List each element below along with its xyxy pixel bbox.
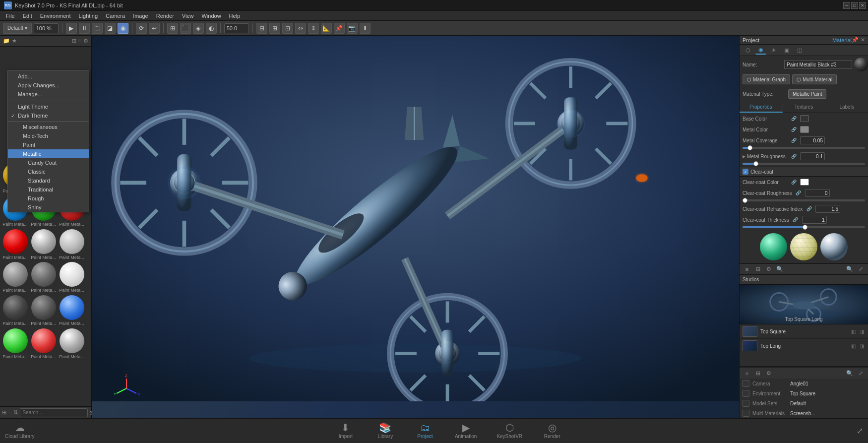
info-icon-5[interactable]: ⤢: [856, 369, 865, 378]
measure-btn[interactable]: 📐: [321, 23, 332, 34]
export-btn[interactable]: ⬆: [360, 23, 371, 34]
keyshot-vr-tab[interactable]: ⬡ KeyShotVR: [492, 421, 527, 441]
studio-big-thumbnail[interactable]: Top Square Long: [740, 285, 868, 324]
maximize-btn[interactable]: □: [851, 2, 858, 9]
multi-material-btn[interactable]: ⬡ Multi-Material: [792, 74, 837, 84]
dropdown-metallic[interactable]: Metallic: [8, 149, 89, 158]
play-btn[interactable]: ▶: [66, 23, 77, 34]
dropdown-shiny[interactable]: Shiny: [8, 203, 89, 212]
swatch-ball-10[interactable]: [3, 262, 28, 287]
dropdown-miscellaneous[interactable]: Miscellaneous: [8, 123, 89, 131]
flip-h-btn[interactable]: ⇔: [295, 23, 306, 34]
list-icon[interactable]: ≡: [743, 265, 751, 274]
metal-roughness-thumb[interactable]: [753, 161, 758, 166]
menu-image[interactable]: Image: [129, 12, 152, 19]
dropdown-manage[interactable]: Manage...: [8, 90, 89, 99]
preview-sphere-env[interactable]: [760, 233, 787, 260]
menu-lighting[interactable]: Lighting: [74, 12, 102, 19]
clearcoat-thickness-link-icon[interactable]: 🔗: [792, 216, 799, 223]
swatch-ball-12[interactable]: [60, 262, 84, 287]
swatch-ball-14[interactable]: [31, 295, 56, 320]
toggle-bg[interactable]: ⬛: [180, 23, 191, 34]
dropdown-mold-tech[interactable]: Mold-Tech: [8, 131, 89, 140]
zoom-sm-icon[interactable]: 🔍: [845, 265, 854, 274]
render-mode-2[interactable]: ◪: [105, 23, 116, 34]
clearcoat-refractive-input[interactable]: [815, 205, 840, 213]
swatch-ball-9[interactable]: [60, 229, 84, 254]
material-preview-sphere[interactable]: [854, 58, 868, 71]
material-name-input[interactable]: [784, 60, 852, 69]
clearcoat-color-link-icon[interactable]: 🔗: [790, 179, 797, 186]
tab-material[interactable]: ◉: [755, 46, 766, 55]
toggle-obj[interactable]: ◈: [193, 23, 204, 34]
grid-icon[interactable]: ⊞: [72, 38, 76, 44]
base-color-swatch[interactable]: [800, 115, 809, 122]
pin-panel-icon[interactable]: 📌: [852, 37, 859, 43]
dropdown-apply-changes[interactable]: Apply Changes...: [8, 81, 89, 90]
menu-camera[interactable]: Camera: [102, 12, 129, 19]
menu-view[interactable]: View: [178, 12, 198, 19]
multi-mat-check[interactable]: [743, 410, 749, 417]
clearcoat-thickness-thumb[interactable]: [803, 225, 807, 230]
model-sets-check[interactable]: [743, 400, 749, 407]
swatch-ball-11[interactable]: [31, 262, 56, 287]
pin-btn[interactable]: 📌: [334, 23, 345, 34]
metal-color-swatch[interactable]: [800, 126, 809, 133]
clearcoat-roughness-link-icon[interactable]: 🔗: [795, 190, 802, 196]
sub-tab-properties[interactable]: Properties: [740, 102, 783, 113]
list-view-icon[interactable]: ≡: [8, 408, 11, 417]
render-mode-1[interactable]: ⬚: [92, 23, 103, 34]
environment-check[interactable]: [743, 390, 749, 397]
zoom-input[interactable]: [34, 23, 59, 33]
tab-render[interactable]: ◫: [794, 46, 805, 55]
metal-color-link-icon[interactable]: 🔗: [790, 126, 797, 133]
star-icon[interactable]: ★: [12, 38, 17, 44]
studios-section-header[interactable]: Studios ⋯: [740, 274, 868, 285]
dropdown-rough[interactable]: Rough: [8, 194, 89, 203]
metal-roughness-input[interactable]: [800, 152, 825, 160]
swatch-ball-15[interactable]: [60, 295, 84, 320]
studios-more-icon[interactable]: ⋯: [860, 276, 865, 283]
menu-edit[interactable]: Edit: [19, 12, 36, 19]
preview-sphere-chrome[interactable]: [820, 233, 848, 260]
base-color-link-icon[interactable]: 🔗: [790, 115, 797, 122]
dropdown-traditional[interactable]: Traditional: [8, 185, 89, 194]
studio-icon-1a[interactable]: ◧: [850, 328, 857, 335]
sort-icon[interactable]: ⇅: [13, 408, 18, 417]
dropdown-dark-theme[interactable]: Dark Theme: [8, 111, 89, 120]
studio-icon-1b[interactable]: ◨: [858, 328, 865, 335]
menu-file[interactable]: File: [2, 12, 19, 19]
cloud-library-tab[interactable]: ☁ Cloud Library: [5, 423, 34, 439]
view-back[interactable]: ↩: [149, 23, 160, 34]
window-controls[interactable]: ─ □ ✕: [843, 2, 866, 9]
dropdown-standard[interactable]: Standard: [8, 176, 89, 185]
sub-tab-textures[interactable]: Textures: [783, 102, 826, 113]
project-tab[interactable]: 🗂 Project: [410, 421, 440, 441]
metal-roughness-slider[interactable]: [743, 163, 865, 165]
metal-coverage-slider[interactable]: [743, 147, 865, 149]
close-btn[interactable]: ✕: [859, 2, 866, 9]
metal-roughness-link-icon[interactable]: 🔗: [790, 153, 797, 160]
screenshot-btn[interactable]: 📷: [347, 23, 358, 34]
render-mode-3[interactable]: ◉: [118, 23, 128, 34]
swatch-ball-16[interactable]: [3, 328, 28, 353]
frame-btn[interactable]: ⊡: [282, 23, 293, 34]
clearcoat-thickness-slider[interactable]: [743, 226, 865, 228]
tab-image[interactable]: ▣: [781, 46, 792, 55]
dropdown-add[interactable]: Add...: [8, 72, 89, 81]
camera-check[interactable]: [743, 380, 749, 387]
import-tab[interactable]: ⬇ Import: [331, 421, 361, 441]
render-tab[interactable]: ◎ Render: [537, 421, 567, 441]
info-icon-1[interactable]: ≡: [743, 369, 751, 378]
dropdown-paint[interactable]: Paint: [8, 140, 89, 149]
dropdown-light-theme[interactable]: Light Theme: [8, 102, 89, 111]
flip-v-btn[interactable]: ⇕: [308, 23, 319, 34]
clearcoat-roughness-input[interactable]: [805, 189, 830, 197]
panel-search-input[interactable]: [20, 408, 88, 417]
pause-btn[interactable]: ⏸: [79, 23, 90, 34]
toggle-shadow[interactable]: ◐: [206, 23, 217, 34]
resize-icon[interactable]: ⤢: [856, 265, 865, 274]
tab-environment[interactable]: ☀: [768, 46, 779, 55]
preset-dropdown[interactable]: Default ▾: [3, 23, 32, 34]
expand-btn[interactable]: ⤢: [857, 426, 863, 436]
